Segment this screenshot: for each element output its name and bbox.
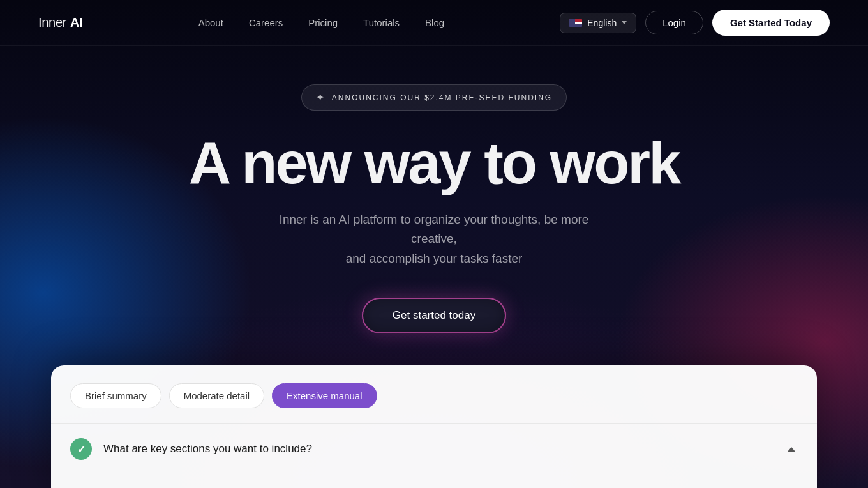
chevron-down-icon — [622, 21, 627, 24]
language-selector[interactable]: English — [560, 13, 636, 33]
tab-extensive-manual[interactable]: Extensive manual — [272, 383, 377, 408]
tab-brief-summary[interactable]: Brief summary — [70, 383, 161, 408]
hero-title: A new way to work — [13, 133, 855, 192]
hero-subtitle-line1: Inner is an AI platform to organize your… — [280, 213, 589, 245]
nav-right: English Login Get Started Today — [560, 10, 830, 36]
login-button[interactable]: Login — [645, 11, 703, 34]
bottom-section: Brief summary Moderate detail Extensive … — [0, 365, 868, 488]
get-started-button[interactable]: Get Started Today — [712, 10, 830, 36]
chevron-up-icon[interactable] — [788, 447, 795, 452]
hero-subtitle-line2: and accomplish your tasks faster — [346, 252, 523, 265]
nav-links: About Careers Pricing Tutorials Blog — [198, 17, 444, 28]
card-row-label: What are key sections you want to includ… — [103, 443, 776, 455]
nav-about[interactable]: About — [198, 17, 223, 28]
announcement-badge[interactable]: ✦ ANNOUNCING OUR $2.4M PRE-SEED FUNDING — [301, 84, 567, 111]
nav-blog[interactable]: Blog — [425, 17, 444, 28]
nav-tutorials[interactable]: Tutorials — [363, 17, 400, 28]
language-label: English — [587, 18, 617, 28]
nav-careers[interactable]: Careers — [249, 17, 283, 28]
sparkle-icon: ✦ — [316, 91, 326, 103]
nav-pricing[interactable]: Pricing — [308, 17, 338, 28]
tab-moderate-detail[interactable]: Moderate detail — [169, 383, 264, 408]
logo-inner: Inner — [38, 15, 66, 30]
logo-ai: AI — [70, 15, 82, 30]
hero-cta-button[interactable]: Get started today — [362, 298, 506, 333]
check-circle: ✓ — [70, 438, 92, 460]
logo[interactable]: InnerAI — [38, 15, 83, 30]
feature-card: Brief summary Moderate detail Extensive … — [51, 365, 817, 488]
card-row: ✓ What are key sections you want to incl… — [70, 424, 798, 474]
tabs-row: Brief summary Moderate detail Extensive … — [70, 383, 798, 408]
checkmark-icon: ✓ — [77, 443, 86, 455]
hero-subtitle: Inner is an AI platform to organize your… — [268, 210, 600, 268]
badge-text: ANNOUNCING OUR $2.4M PRE-SEED FUNDING — [332, 93, 552, 102]
navbar: InnerAI About Careers Pricing Tutorials … — [0, 0, 868, 46]
hero-section: ✦ ANNOUNCING OUR $2.4M PRE-SEED FUNDING … — [0, 46, 868, 365]
flag-icon — [569, 19, 582, 27]
